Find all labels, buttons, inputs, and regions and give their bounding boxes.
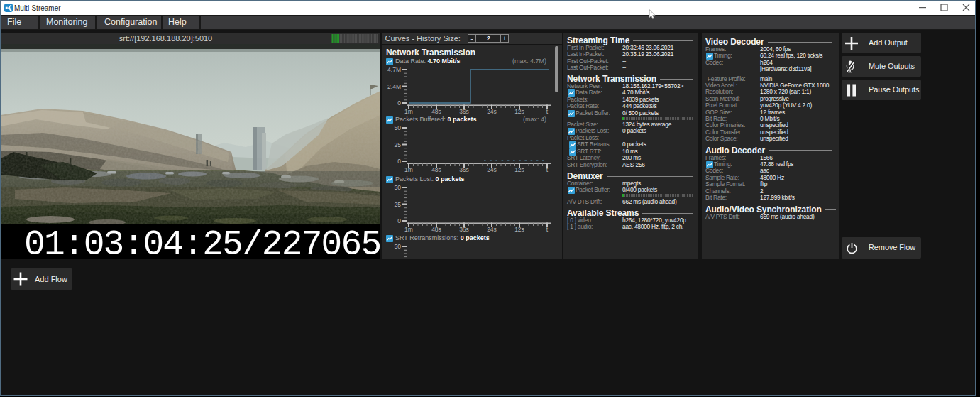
svg-text:12s: 12s bbox=[514, 226, 524, 233]
svg-text:36s: 36s bbox=[459, 166, 469, 173]
svg-text:t: t bbox=[546, 166, 549, 173]
svg-text:25: 25 bbox=[395, 201, 402, 208]
svg-text:12s: 12s bbox=[514, 166, 524, 173]
svg-text:24s: 24s bbox=[487, 226, 497, 233]
svg-text:1m: 1m bbox=[404, 226, 413, 233]
svg-text:50: 50 bbox=[395, 184, 402, 191]
svg-text:24s: 24s bbox=[487, 108, 497, 115]
svg-text:36s: 36s bbox=[459, 226, 469, 233]
svg-text:2.4M: 2.4M bbox=[387, 83, 401, 90]
svg-text:48s: 48s bbox=[431, 226, 441, 233]
svg-text:24s: 24s bbox=[487, 166, 497, 173]
svg-text:48s: 48s bbox=[431, 166, 441, 173]
svg-text:50: 50 bbox=[395, 243, 402, 250]
svg-text:25: 25 bbox=[395, 141, 402, 148]
svg-text:1m: 1m bbox=[404, 166, 413, 173]
svg-text:12s: 12s bbox=[514, 108, 524, 115]
svg-text:0: 0 bbox=[397, 158, 401, 165]
svg-text:36s: 36s bbox=[459, 108, 469, 115]
svg-text:0: 0 bbox=[397, 99, 401, 107]
svg-text:t: t bbox=[546, 226, 549, 233]
svg-text:0: 0 bbox=[397, 217, 401, 224]
svg-text:48s: 48s bbox=[431, 108, 441, 115]
svg-text:50: 50 bbox=[395, 124, 402, 131]
svg-text:1m: 1m bbox=[404, 108, 413, 115]
svg-text:t: t bbox=[546, 108, 549, 115]
svg-text:4.7M: 4.7M bbox=[387, 66, 401, 73]
